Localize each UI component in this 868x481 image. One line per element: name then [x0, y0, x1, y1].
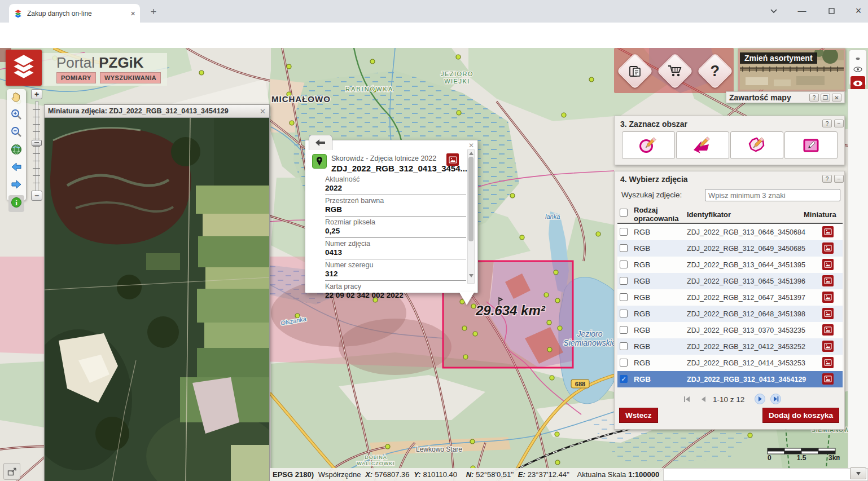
row-checkbox[interactable] [620, 293, 628, 301]
thumbnail-button[interactable] [822, 226, 834, 237]
map-content-close-button[interactable]: ✕ [832, 94, 841, 102]
popup-thumbnail-button[interactable] [446, 153, 459, 166]
thumbnail-button[interactable] [822, 341, 834, 352]
select-photos-help-button[interactable]: ? [822, 175, 832, 183]
pagination-first-icon[interactable] [682, 395, 691, 404]
popup-close-icon[interactable]: ✕ [468, 142, 474, 149]
row-checkbox[interactable] [620, 228, 628, 236]
thumbnail-button[interactable] [822, 242, 834, 254]
pagination-text: 1-10 z 12 [713, 395, 744, 404]
thumbnail-button[interactable] [822, 308, 834, 319]
draw-circle-button[interactable] [622, 131, 675, 159]
previous-view-icon[interactable] [7, 158, 26, 175]
table-row[interactable]: RGBZDJ_2022_RGB_312_0647_3451397 [617, 289, 843, 306]
row-checkbox[interactable] [620, 310, 628, 317]
thumbnail-button[interactable] [822, 275, 834, 286]
thumbnail-button[interactable] [822, 324, 834, 336]
next-view-icon[interactable] [7, 175, 26, 193]
cart-button[interactable] [656, 52, 693, 89]
table-row[interactable]: RGBZDJ_2022_RGB_312_0648_3451398 [617, 306, 843, 322]
pagination-next-icon[interactable] [755, 394, 765, 404]
row-checkbox[interactable] [620, 359, 628, 367]
pagination-last-icon[interactable] [770, 394, 781, 404]
popup-pointer-tail [459, 292, 475, 305]
window-minimize-button[interactable]: — [794, 3, 810, 18]
window-close-button[interactable]: × [850, 3, 867, 18]
table-row[interactable]: RGBZDJ_2022_RGB_312_0412_3453252 [617, 338, 843, 355]
table-row[interactable]: RGBZDJ_2022_RGB_312_0414_3453253 [617, 355, 843, 371]
draw-rectangle-button[interactable] [784, 131, 838, 159]
popup-back-tab[interactable] [309, 135, 332, 150]
map-content-restore-button[interactable]: ❐ [821, 94, 830, 102]
popup-scrollbar-thumb[interactable] [468, 157, 474, 241]
change-assortment-button[interactable]: Zmień asortyment [738, 48, 845, 91]
row-checkbox-checked[interactable]: ✓ [620, 375, 628, 383]
nav-wyszukiwania[interactable]: WYSZUKIWANIA [100, 72, 161, 83]
table-row[interactable]: RGBZDJ_2022_RGB_313_0644_3451395 [617, 257, 843, 273]
svg-text:Lewkowo Stare: Lewkowo Stare [416, 445, 462, 453]
row-checkbox[interactable] [620, 342, 628, 350]
thumbnail-button[interactable] [822, 259, 834, 270]
zoom-slider-handle[interactable] [32, 140, 42, 146]
new-tab-button[interactable]: + [147, 6, 160, 19]
select-all-checkbox[interactable] [620, 209, 628, 217]
scale-bar: 0 1.5 3km [766, 447, 840, 462]
field-numer-zdjecia: Numer zdjęcia0413 [325, 240, 466, 257]
full-extent-globe-icon[interactable] [7, 140, 26, 158]
zoom-slider-minus[interactable]: − [31, 191, 42, 201]
svg-text:lanka: lanka [545, 213, 560, 220]
map-content-bar[interactable]: Zawartość mapy ? ❐ ✕ [726, 91, 845, 103]
row-checkbox[interactable] [620, 244, 628, 252]
thumbnail-button[interactable] [822, 292, 834, 303]
zoom-in-tool-icon[interactable] [7, 105, 26, 123]
table-row[interactable]: RGBZDJ_2022_RGB_312_0649_3450685 [617, 240, 843, 257]
pan-tool-icon[interactable] [7, 89, 26, 105]
row-checkbox[interactable] [620, 261, 628, 268]
identify-tool-active[interactable]: i [8, 195, 24, 212]
column-identifier: Identyfikator [687, 210, 731, 219]
zoom-slider-plus[interactable]: + [31, 89, 42, 99]
zoom-out-tool-icon[interactable] [7, 123, 26, 140]
svg-text:RABINÓWKA: RABINÓWKA [345, 86, 393, 92]
report-button[interactable] [616, 52, 653, 89]
add-to-cart-button[interactable]: Dodaj do koszyka [762, 408, 839, 423]
select-area-help-button[interactable]: ? [822, 120, 832, 127]
window-maximize-button[interactable] [823, 3, 840, 18]
right-edge-strip[interactable] [848, 89, 868, 481]
draw-freehand-button[interactable] [730, 131, 783, 159]
select-area-minimize-button[interactable]: − [834, 120, 844, 127]
tab-close-icon[interactable]: × [130, 9, 135, 17]
thumbnail-panel-titlebar[interactable]: Miniatura zdjęcia: ZDJ_2022_RGB_312_0413… [45, 105, 269, 118]
table-row[interactable]: RGBZDJ_2022_RGB_313_0370_3453235 [617, 322, 843, 338]
row-checkbox[interactable] [620, 326, 628, 334]
table-row[interactable]: RGBZDJ_2022_RGB_313_0645_3451396 [617, 273, 843, 289]
pagination-prev-icon[interactable] [699, 395, 708, 404]
row-checkbox[interactable] [620, 277, 628, 285]
search-input[interactable] [705, 189, 840, 201]
help-button[interactable]: ? [696, 52, 733, 89]
thumbnail-panel-close-icon[interactable]: ✕ [260, 107, 266, 116]
browser-tab[interactable]: Zakup danych on-line × [9, 4, 140, 23]
table-row-selected[interactable]: ✓RGBZDJ_2022_RGB_312_0413_3454129 [617, 371, 843, 387]
pzgik-logo-icon[interactable] [6, 50, 42, 86]
road-688-badge: 688 [571, 379, 589, 388]
map-content-help-button[interactable]: ? [809, 94, 819, 102]
select-photos-minimize-button[interactable]: − [834, 175, 844, 183]
back-button[interactable]: Wstecz [619, 408, 658, 423]
thumbnail-button[interactable] [822, 357, 834, 368]
draw-polygon-button[interactable] [676, 131, 729, 159]
statusbar-dropdown-button[interactable] [850, 467, 866, 479]
field-numer-szeregu: Numer szeregu312 [325, 261, 466, 278]
browser-address-bar: pzgik.geoportal.gov.pl/imap/?gpmap=gpZdj… [0, 23, 868, 48]
window-chevron-icon[interactable] [765, 3, 782, 18]
visibility-dot-icon[interactable] [849, 50, 866, 63]
table-row[interactable]: RGBZDJ_2022_RGB_313_0646_3450684 [617, 224, 843, 240]
thumbnail-button[interactable] [822, 373, 834, 385]
measure-extent-button[interactable] [3, 463, 20, 480]
nav-pomiary[interactable]: POMIARY [56, 72, 96, 83]
visibility-eye-icon[interactable] [849, 63, 866, 74]
aerial-photo-thumbnail [45, 118, 269, 481]
column-thumbnail: Miniatura [804, 210, 836, 219]
popup-scrollbar[interactable] [467, 149, 475, 284]
status-bar-select[interactable] [663, 468, 868, 481]
